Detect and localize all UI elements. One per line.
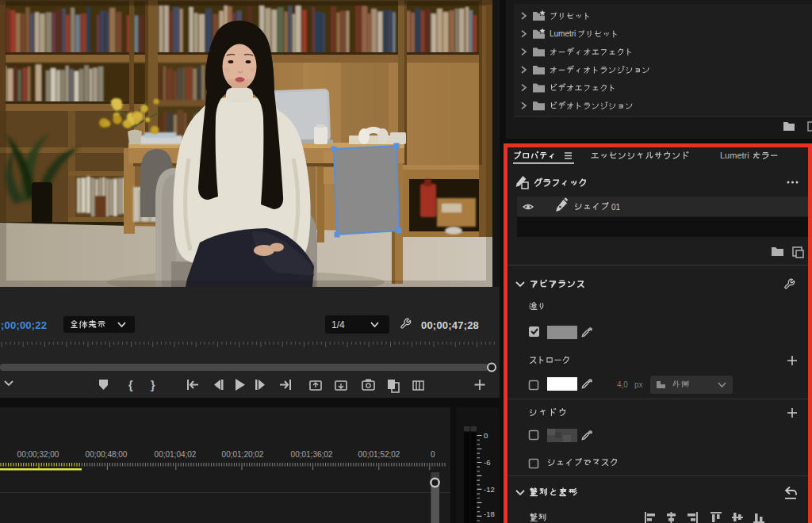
svg-text:-18: -18	[484, 510, 495, 518]
svg-text:00;01;04;02: 00;01;04;02	[155, 450, 197, 459]
svg-text:Lumetri: Lumetri	[550, 29, 576, 38]
svg-text:px: px	[634, 380, 643, 389]
svg-text:-12: -12	[484, 485, 495, 494]
svg-text:-6: -6	[484, 458, 490, 467]
svg-text:00;01;20;02: 00;01;20;02	[222, 450, 264, 459]
svg-text:;00;00;22: ;00;00;22	[1, 319, 47, 331]
svg-text:00;01;52;02: 00;01;52;02	[358, 450, 400, 459]
svg-text:0: 0	[484, 431, 488, 440]
svg-text:00;00;48;00: 00;00;48;00	[86, 450, 128, 459]
svg-text:{: {	[128, 379, 133, 391]
svg-text:00;01;36;02: 00;01;36;02	[291, 450, 333, 459]
svg-text:1/4: 1/4	[331, 319, 345, 330]
svg-text:00;00;47;28: 00;00;47;28	[421, 319, 479, 331]
svg-text:01: 01	[611, 203, 621, 212]
svg-text:0: 0	[431, 450, 435, 459]
svg-text:00;00;32;00: 00;00;32;00	[17, 450, 59, 459]
svg-text:}: }	[151, 379, 155, 391]
svg-text:Lumetri: Lumetri	[720, 151, 749, 160]
svg-text:4,0: 4,0	[617, 380, 628, 389]
